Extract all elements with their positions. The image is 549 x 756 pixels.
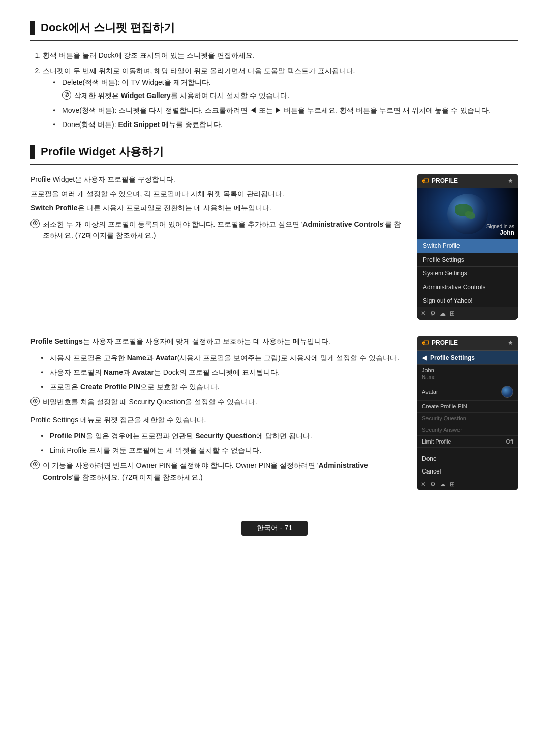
page-footer: 한국어 - 71 xyxy=(30,521,518,536)
section1-steps: 황색 버튼을 눌러 Dock에 강조 표시되어 있는 스니펫을 편집하세요. 스… xyxy=(43,50,518,130)
widget2-done[interactable]: Done xyxy=(417,453,518,465)
widget1-star-icon: ★ xyxy=(508,177,513,184)
footer2-grid-icon: ⊞ xyxy=(450,481,455,488)
lower-bullets1: 사용자 프로필은 고유한 Name과 Avatar(사용자 프로필을 보여주는 … xyxy=(41,352,407,392)
bullet-create-pin: 프로필은 Create Profile PIN으로 보호할 수 있습니다. xyxy=(41,381,407,392)
profile-intro-text: Profile Widget은 사용자 프로필을 구성합니다. 프로필을 여러 … xyxy=(30,174,407,326)
widget2-nav-title: Profile Settings xyxy=(430,354,475,361)
section2-title: Profile Widget 사용하기 xyxy=(41,144,164,160)
widget1-mockup: 🏷 PROFILE ★ Signed in as John Switch xyxy=(417,174,518,326)
sub-done: Done(황색 버튼): Edit Snippet 메뉴를 종료합니다. xyxy=(53,119,518,130)
widget2-mockup: 🏷 PROFILE ★ ◀ Profile Settings John Name xyxy=(417,336,518,490)
lower-intro1: Profile Settings는 사용자 프로필을 사용자에 맞게 설정하고 … xyxy=(30,336,407,348)
widget1-globe: Signed in as John xyxy=(417,188,518,239)
signed-in-label: Signed in as xyxy=(486,224,514,229)
footer2-cloud-icon: ☁ xyxy=(440,481,446,488)
widget1-header: 🏷 PROFILE ★ xyxy=(417,174,518,188)
section2-bar xyxy=(30,145,35,159)
menu-signout[interactable]: Sign out of Yahoo! xyxy=(417,294,518,307)
signed-in-name: John xyxy=(486,229,514,236)
widget2-title: 🏷 PROFILE xyxy=(422,339,458,347)
back-arrow-icon: ◀ xyxy=(422,354,427,361)
intro2: 프로필을 여러 개 설정할 수 있으며, 각 프로필마다 자체 위젯 목록이 관… xyxy=(30,188,407,200)
footer2-gear-icon: ⚙ xyxy=(430,481,436,488)
widget2-header: 🏷 PROFILE ★ xyxy=(417,336,518,351)
page-number: 한국어 - 71 xyxy=(241,521,308,536)
lower-section: Profile Settings는 사용자 프로필을 사용자에 맞게 설정하고 … xyxy=(30,336,518,490)
lower-text: Profile Settings는 사용자 프로필을 사용자에 맞게 설정하고 … xyxy=(30,336,407,490)
footer2-x-icon: ✕ xyxy=(421,481,426,488)
bullet-pin-lost: Profile PIN을 잊은 경우에는 프로필과 연관된 Security Q… xyxy=(41,430,407,442)
footer-gear-icon: ⚙ xyxy=(430,310,436,317)
footer-exclaim-icon: ☁ xyxy=(440,310,446,317)
note-owner-pin: ⑦ 이 기능을 사용하려면 반드시 Owner PIN을 설정해야 합니다. O… xyxy=(30,460,407,483)
note-delete: ⑦ 삭제한 위젯은 Widget Gallery를 사용하여 다시 설치할 수 … xyxy=(62,90,518,101)
note2-icon: ⑦ xyxy=(30,397,40,406)
bullet-name-avatar: 사용자 프로필은 고유한 Name과 Avatar(사용자 프로필을 보여주는 … xyxy=(41,352,407,363)
widget2-footer: ✕ ⚙ ☁ ⊞ xyxy=(417,478,518,490)
widget1-icon: 🏷 xyxy=(422,177,429,185)
note1-icon: ⑦ xyxy=(30,219,40,228)
widget2-cancel[interactable]: Cancel xyxy=(417,465,518,478)
intro1: Profile Widget은 사용자 프로필을 구성합니다. xyxy=(30,174,407,186)
note-security-q: ⑦ 비밀번호를 처음 설정할 때 Security Question을 설정할 … xyxy=(30,396,407,407)
signed-in-block: Signed in as John xyxy=(486,224,514,236)
widget1-footer: ✕ ⚙ ☁ ⊞ xyxy=(417,307,518,320)
section2: Profile Widget 사용하기 Profile Widget은 사용자 … xyxy=(30,144,518,490)
footer-x-icon: ✕ xyxy=(421,310,426,317)
section1-heading: Dock에서 스니펫 편집하기 xyxy=(30,20,518,41)
widget2-spacer xyxy=(417,448,518,453)
bullet-limit-profile: Limit Profile 표시를 켜둔 프로필에는 세 위젯을 설치할 수 없… xyxy=(41,445,407,456)
section2-note1: ⑦ 최소한 두 개 이상의 프로필이 등록되어 있어야 합니다. 프로필을 추가… xyxy=(30,218,407,241)
sub-delete: Delete(적색 버튼): 이 TV Widget을 제거합니다. ⑦ 삭제한… xyxy=(53,77,518,102)
footer-grid-icon: ⊞ xyxy=(450,310,455,317)
globe-land2 xyxy=(465,211,475,219)
field-john: John Name xyxy=(417,365,518,383)
menu-switch-profile[interactable]: Switch Profile xyxy=(417,239,518,253)
note3-icon: ⑦ xyxy=(30,460,40,469)
step2-subitems: Delete(적색 버튼): 이 TV Widget을 제거합니다. ⑦ 삭제한… xyxy=(53,77,518,131)
section2-heading: Profile Widget 사용하기 xyxy=(30,144,518,165)
step2: 스니펫이 두 번째 위치로 이동하며, 해당 타일이 위로 올라가면서 다음 도… xyxy=(43,65,518,130)
sub-move: Move(청색 버튼): 스니펫을 다시 정렬합니다. 스크롤하려면 ◀ 또는 … xyxy=(53,105,518,116)
widget1-box: 🏷 PROFILE ★ Signed in as John Switch xyxy=(417,174,518,320)
lower-content-area: Profile Settings는 사용자 프로필을 사용자에 맞게 설정하고 … xyxy=(30,336,518,490)
note-icon: ⑦ xyxy=(62,90,71,100)
widget2-icon: 🏷 xyxy=(422,339,429,347)
section1: Dock에서 스니펫 편집하기 황색 버튼을 눌러 Dock에 강조 표시되어 … xyxy=(30,20,518,130)
section1-title: Dock에서 스니펫 편집하기 xyxy=(41,20,175,36)
widget1-title: 🏷 PROFILE xyxy=(422,177,458,185)
avatar-image xyxy=(501,386,513,398)
bullet-name-avatar-dock: 사용자 프로필의 Name과 Avatar는 Dock의 프로필 스니펫에 표시… xyxy=(41,367,407,378)
profile-intro-area: Profile Widget은 사용자 프로필을 구성합니다. 프로필을 여러 … xyxy=(30,174,518,326)
widget2-nav: ◀ Profile Settings xyxy=(417,351,518,365)
menu-system-settings[interactable]: System Settings xyxy=(417,267,518,280)
lower-intro2: Profile Settings 메뉴로 위젯 접근을 제한할 수 있습니다. xyxy=(30,414,407,426)
field-limit-profile: Limit Profile Off xyxy=(417,436,518,448)
field-create-pin: Create Profile PIN xyxy=(417,401,518,413)
globe-visual xyxy=(447,194,488,234)
widget2-box: 🏷 PROFILE ★ ◀ Profile Settings John Name xyxy=(417,336,518,490)
intro3: Switch Profile은 다른 사용자 프로파일로 전환하는 데 사용하는… xyxy=(30,202,407,214)
field-security-a: Security Answer xyxy=(417,424,518,436)
step1: 황색 버튼을 눌러 Dock에 강조 표시되어 있는 스니펫을 편집하세요. xyxy=(43,50,518,61)
menu-admin-controls[interactable]: Administrative Controls xyxy=(417,280,518,294)
menu-profile-settings[interactable]: Profile Settings xyxy=(417,253,518,267)
widget2-star-icon: ★ xyxy=(508,339,513,346)
field-security-q: Security Question xyxy=(417,413,518,424)
field-avatar: Avatar xyxy=(417,383,518,401)
lower-bullets2: Profile PIN을 잊은 경우에는 프로필과 연관된 Security Q… xyxy=(41,430,407,456)
section-bar xyxy=(30,21,35,35)
